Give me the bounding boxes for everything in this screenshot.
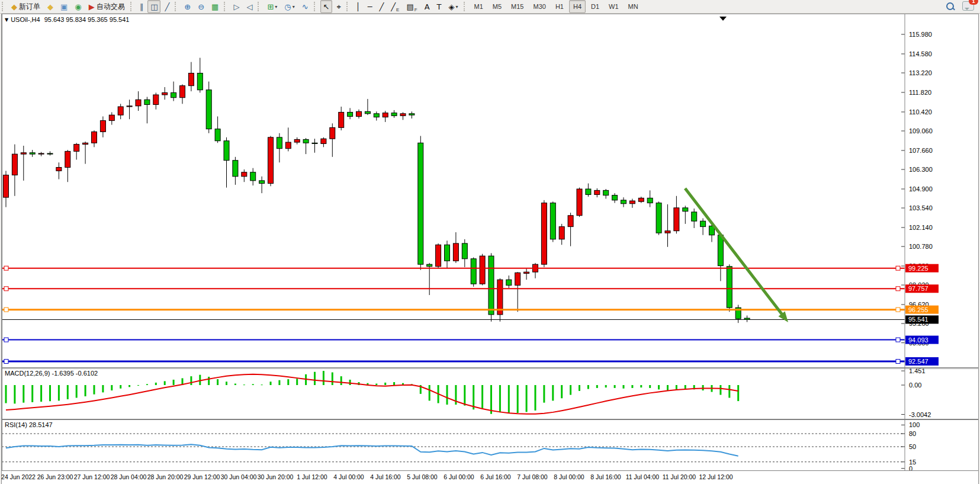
indicator-list-icon: ∿: [302, 3, 309, 11]
toolbar-right-group: 1: [946, 1, 974, 12]
timeframe-m1-button-label: M1: [474, 3, 483, 10]
candle: [197, 73, 203, 89]
vertical-line-button[interactable]: │: [353, 0, 364, 13]
candle: [418, 143, 423, 264]
chart-window[interactable]: ▼ USOil-,H4 95.643 95.834 95.365 95.541 …: [1, 14, 979, 484]
zoom-out-button[interactable]: ⊖: [195, 0, 207, 13]
line-chart-button[interactable]: ╱: [162, 0, 172, 13]
timeframe-m30-button[interactable]: M30: [529, 0, 550, 13]
cursor-button[interactable]: ↖: [320, 0, 333, 13]
timeframe-mn-button[interactable]: MN: [624, 0, 642, 13]
auto-scroll-button[interactable]: ▷: [230, 0, 242, 13]
text-label-button[interactable]: T: [434, 0, 445, 13]
candle: [400, 114, 406, 116]
line-handle: [896, 307, 900, 312]
candle: [118, 107, 123, 115]
toolbar-grip[interactable]: [175, 2, 179, 11]
autotrading-button-label: 自动交易: [97, 2, 125, 12]
autotrading-button[interactable]: ▶自动交易: [86, 0, 128, 13]
coins-icon-button[interactable]: ◆: [44, 0, 56, 13]
trendline-icon: ╱: [379, 3, 384, 11]
trendline-button[interactable]: ╱: [376, 0, 387, 13]
mql-community-icon-button[interactable]: ▣: [57, 0, 70, 13]
toolbar-grip[interactable]: [2, 2, 6, 11]
timeframe-m5-button[interactable]: M5: [489, 0, 506, 13]
dropdown-arrow-icon[interactable]: ▾: [456, 4, 458, 9]
toolbar-grip[interactable]: [314, 2, 318, 11]
svg-text:50: 50: [909, 443, 916, 450]
timeframe-m1-button[interactable]: M1: [470, 0, 487, 13]
chart-shift-marker: [719, 17, 727, 21]
price-chart-canvas[interactable]: 115.980114.580113.220111.820110.420109.0…: [2, 14, 978, 368]
channel-button[interactable]: ╱E: [388, 0, 402, 13]
new-chart-icon: ⊞: [267, 3, 274, 11]
candles: [4, 58, 750, 323]
horizontal-line-button[interactable]: ─: [365, 0, 375, 13]
timeframe-h1-button[interactable]: H1: [551, 0, 568, 13]
macd-pane-canvas[interactable]: 1.4510.00-3.0042MACD(12,26,9) -1.6395 -0…: [2, 368, 978, 419]
svg-text:-3.0042: -3.0042: [909, 411, 931, 418]
fibonacci-icon: ▤: [406, 3, 413, 11]
toolbar-grip[interactable]: [464, 2, 468, 11]
candlestick-chart-button[interactable]: ◫: [147, 0, 160, 13]
crosshair-button[interactable]: ⌖: [333, 0, 343, 13]
badge-letter: F: [415, 7, 417, 12]
rsi-pane-canvas[interactable]: 1008050150RSI(14) 28.5147: [2, 419, 978, 470]
candle: [453, 243, 458, 261]
dropdown-arrow-icon[interactable]: ▾: [293, 4, 295, 9]
vertical-line-icon: │: [356, 3, 361, 11]
arrows-shapes-button[interactable]: ◈▾: [446, 0, 461, 13]
macd-axis: 1.4510.00-3.0042: [901, 368, 931, 418]
dropdown-arrow-icon[interactable]: ▾: [275, 4, 277, 9]
candle: [462, 243, 467, 259]
svg-text:113.220: 113.220: [909, 69, 932, 76]
candle: [506, 280, 512, 285]
fibonacci-button[interactable]: ▤F: [403, 0, 420, 13]
search-icon[interactable]: [946, 2, 955, 11]
svg-text:109.060: 109.060: [909, 127, 933, 134]
toolbar-grip[interactable]: [224, 2, 228, 11]
zoom-in-button[interactable]: ⊕: [181, 0, 194, 13]
svg-text:1.451: 1.451: [909, 368, 926, 374]
timeframe-w1-button[interactable]: W1: [605, 0, 623, 13]
candle: [391, 113, 397, 116]
timeframe-d1-button[interactable]: D1: [587, 0, 603, 13]
chart-shift-button[interactable]: ◁: [243, 0, 255, 13]
line-handle: [896, 287, 900, 291]
coins-icon-icon: ◆: [47, 3, 53, 11]
candle: [515, 273, 520, 285]
line-handle: [4, 266, 8, 270]
timeframe-m15-button[interactable]: M15: [507, 0, 528, 13]
cursor-icon: ↖: [323, 3, 330, 11]
timeframe-d1-button-label: D1: [591, 3, 599, 10]
toolbar-grip[interactable]: [130, 2, 134, 11]
new-order-button[interactable]: ◆新订单: [8, 0, 43, 13]
svg-text:96.255: 96.255: [908, 306, 928, 313]
candle: [312, 143, 317, 143]
macd-signal-line: [6, 374, 738, 414]
channel-icon: ╱: [391, 3, 396, 11]
timeframe-m30-button-label: M30: [533, 3, 545, 10]
profiles-button[interactable]: ◷▾: [281, 0, 297, 13]
new-chart-button[interactable]: ⊞▾: [264, 0, 280, 13]
candle: [356, 111, 362, 116]
timeframe-h4-button[interactable]: H4: [569, 0, 586, 13]
candle: [277, 137, 282, 149]
ohlc-values: 95.643 95.834 95.365 95.541: [44, 16, 130, 23]
toolbar-grip[interactable]: [346, 2, 351, 11]
toolbar-grip[interactable]: [258, 2, 262, 11]
candle: [259, 181, 265, 184]
line-handle: [4, 287, 8, 291]
candle: [621, 200, 626, 204]
tile-windows-button[interactable]: ▦: [208, 0, 221, 13]
resistance-line-97.757: [2, 287, 905, 291]
chat-button[interactable]: 1: [962, 1, 974, 12]
text-button[interactable]: A: [422, 0, 433, 13]
signals-icon-button[interactable]: ◉: [72, 0, 84, 13]
candle: [638, 198, 644, 201]
indicator-list-button[interactable]: ∿: [299, 0, 311, 13]
candle: [471, 259, 476, 284]
collapse-icon[interactable]: ▼: [5, 17, 8, 23]
bar-chart-button[interactable]: ∥: [137, 0, 147, 13]
time-axis[interactable]: 24 Jun 202226 Jun 23:0027 Jun 12:0028 Ju…: [2, 470, 978, 484]
